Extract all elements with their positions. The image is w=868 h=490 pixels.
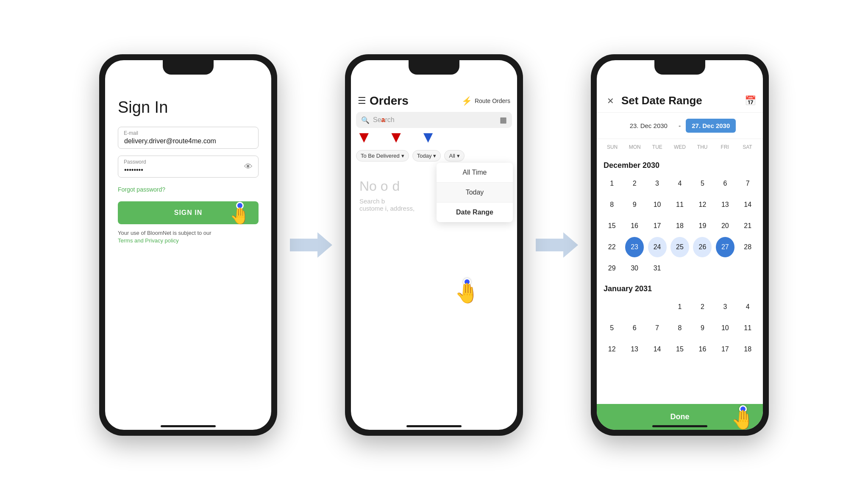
- main-scene: Sign In E-mail Password 👁 Forgot passwor…: [0, 0, 868, 490]
- signin-screen: Sign In E-mail Password 👁 Forgot passwor…: [105, 60, 271, 262]
- cal-day[interactable]: 4: [738, 297, 757, 317]
- cursor-hand-3: 🤚: [731, 410, 754, 429]
- cal-day[interactable]: 6: [625, 318, 644, 338]
- email-group: E-mail: [118, 127, 259, 149]
- dropdown-all-time[interactable]: All Time: [437, 163, 513, 183]
- date-start-chip[interactable]: 23. Dec 2030: [624, 119, 673, 133]
- cal-day[interactable]: 7: [738, 173, 757, 194]
- cal-day-23-selected[interactable]: 23: [625, 237, 644, 257]
- filter-delivery-btn[interactable]: To Be Delivered ▾: [356, 150, 409, 161]
- cal-day[interactable]: 15: [670, 339, 689, 359]
- cursor-hand-1: 🤚: [230, 208, 250, 224]
- orders-screen: ☰ Orders ⚡ Route Orders 🔍 Search ▦: [351, 60, 517, 430]
- cal-day[interactable]: 9: [693, 318, 712, 338]
- day-tue: TUE: [646, 142, 668, 152]
- cal-day[interactable]: 15: [603, 216, 621, 236]
- cal-day[interactable]: 31: [648, 258, 667, 278]
- no-orders-partial-2: d: [392, 178, 400, 194]
- cal-day[interactable]: 17: [648, 216, 667, 236]
- phone-1-notch: [163, 60, 214, 75]
- cal-day[interactable]: 10: [648, 195, 667, 215]
- dropdown-date-range[interactable]: Date Range: [437, 203, 513, 222]
- filter-row: To Be Delivered ▾ Today ▾ All ▾ All Time: [351, 146, 517, 166]
- calendar-title: Set Date Range: [621, 94, 740, 107]
- cal-day[interactable]: 5: [603, 318, 621, 338]
- search-bar[interactable]: 🔍 Search ▦: [356, 112, 512, 128]
- terms-prefix: Your use of BloomNet is subject to our: [118, 230, 211, 236]
- cursor-container-3: 🤚: [731, 405, 754, 429]
- cal-day[interactable]: 2: [693, 297, 712, 317]
- cal-day[interactable]: 4: [670, 173, 689, 194]
- day-mon: MON: [623, 142, 646, 152]
- date-end-chip[interactable]: 27. Dec 2030: [686, 119, 736, 133]
- blue-arrow-3: ▼: [420, 129, 436, 145]
- cal-day[interactable]: 30: [625, 258, 644, 278]
- orders-title: Orders: [370, 94, 409, 108]
- cal-day[interactable]: 19: [693, 216, 712, 236]
- cal-day[interactable]: 11: [738, 318, 757, 338]
- cal-day[interactable]: 2: [625, 173, 644, 194]
- barcode-icon[interactable]: ▦: [500, 115, 507, 125]
- cal-day[interactable]: 13: [716, 195, 734, 215]
- cal-day[interactable]: 16: [693, 339, 712, 359]
- filter-today-chevron: ▾: [433, 153, 436, 159]
- phone-1: Sign In E-mail Password 👁 Forgot passwor…: [99, 54, 277, 436]
- orders-title-row: ☰ Orders: [358, 94, 409, 108]
- date-separator: -: [679, 122, 681, 130]
- cal-day[interactable]: 8: [603, 195, 621, 215]
- cal-day[interactable]: 22: [603, 237, 621, 257]
- close-button[interactable]: ✕: [604, 96, 617, 106]
- cal-day-25-range[interactable]: 25: [670, 237, 689, 257]
- phone-3-screen: ✕ Set Date Range 📅 23. Dec 2030 - 27. De…: [597, 60, 763, 430]
- cal-day[interactable]: 11: [670, 195, 689, 215]
- eye-icon[interactable]: 👁: [244, 162, 253, 172]
- cal-day[interactable]: 18: [670, 216, 689, 236]
- cal-day[interactable]: 6: [716, 173, 734, 194]
- date-range-selector: 23. Dec 2030 - 27. Dec 2030: [597, 113, 763, 139]
- cal-day[interactable]: 28: [738, 237, 757, 257]
- cal-day[interactable]: 10: [716, 318, 734, 338]
- arrow-right-icon-2: [536, 228, 578, 262]
- cal-day[interactable]: 13: [625, 339, 644, 359]
- cal-day[interactable]: 8: [670, 318, 689, 338]
- cal-day[interactable]: 16: [625, 216, 644, 236]
- no-orders-partial-1: No o: [359, 178, 388, 194]
- svg-marker-0: [290, 232, 332, 258]
- cal-day[interactable]: 5: [693, 173, 712, 194]
- hamburger-icon[interactable]: ☰: [358, 95, 366, 106]
- cal-day[interactable]: 1: [603, 173, 621, 194]
- cal-day[interactable]: 14: [738, 195, 757, 215]
- cal-day-26-range[interactable]: 26: [693, 237, 712, 257]
- signin-button[interactable]: SIGN IN 🤚: [118, 201, 259, 224]
- filter-all-btn[interactable]: All ▾: [444, 150, 464, 161]
- cal-day[interactable]: 29: [603, 258, 621, 278]
- cal-day-24-range[interactable]: 24: [648, 237, 667, 257]
- cal-day[interactable]: 18: [738, 339, 757, 359]
- cal-day[interactable]: 3: [648, 173, 667, 194]
- spacer: [351, 225, 517, 430]
- calendar-icon[interactable]: 📅: [745, 95, 756, 106]
- password-label: Password: [124, 159, 146, 165]
- cal-day[interactable]: 9: [625, 195, 644, 215]
- email-input[interactable]: [118, 127, 259, 149]
- cal-day[interactable]: 12: [693, 195, 712, 215]
- cal-day[interactable]: 3: [716, 297, 734, 317]
- calendar-screen: ✕ Set Date Range 📅 23. Dec 2030 - 27. De…: [597, 60, 763, 430]
- cal-day[interactable]: 14: [648, 339, 667, 359]
- cal-day-27-selected[interactable]: 27: [716, 237, 734, 257]
- dropdown-today[interactable]: Today: [437, 183, 513, 203]
- cal-day[interactable]: 20: [716, 216, 734, 236]
- forgot-password-link[interactable]: Forgot password?: [118, 186, 259, 193]
- route-orders-btn[interactable]: ⚡ Route Orders: [462, 96, 510, 106]
- route-icon: ⚡: [462, 96, 472, 106]
- cursor-container-2: 🤚: [455, 278, 479, 303]
- cal-day[interactable]: 12: [603, 339, 621, 359]
- cal-day[interactable]: 17: [716, 339, 734, 359]
- cal-day[interactable]: 1: [670, 297, 689, 317]
- cal-day[interactable]: 7: [648, 318, 667, 338]
- phone-3-home-indicator: [652, 425, 707, 427]
- phone-2-screen: ☰ Orders ⚡ Route Orders 🔍 Search ▦: [351, 60, 517, 430]
- terms-link[interactable]: Terms and Privacy policy: [118, 237, 179, 244]
- cal-day[interactable]: 21: [738, 216, 757, 236]
- filter-today-btn[interactable]: Today ▾: [412, 150, 441, 161]
